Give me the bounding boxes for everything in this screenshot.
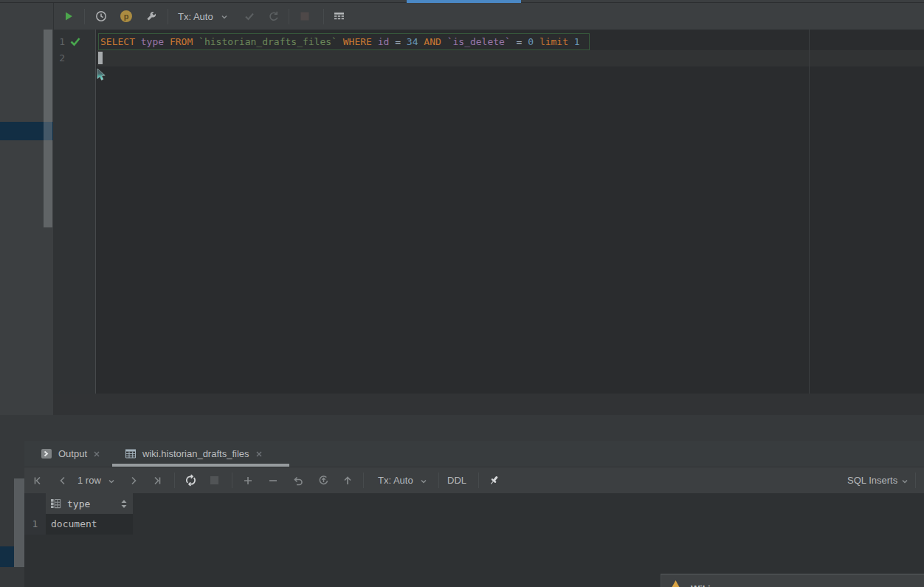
table-lines-icon [333,10,345,22]
row-count-dropdown[interactable]: 1 row [77,475,101,486]
table-icon [125,448,137,459]
sql-token: `is_delete` [447,36,517,47]
stop-icon [210,476,219,485]
row-count-chevron-icon[interactable] [108,478,115,485]
row-number: 1 [24,514,46,535]
next-page-button[interactable] [128,475,139,487]
rollback-icon [268,10,280,22]
in-editor-results-button[interactable] [333,10,345,22]
chevron-left-icon [57,475,69,487]
tx-mode-dropdown[interactable]: Tx: Auto [178,11,213,22]
last-page-icon [151,475,163,487]
sql-token: id [378,36,395,47]
sort-icon[interactable] [120,499,128,509]
results-tx-chevron-icon[interactable] [420,478,427,485]
line-number: 1 [53,34,65,50]
sql-token: WHERE [343,36,378,47]
background-left-panel [0,3,53,415]
run-button[interactable] [63,10,75,22]
sql-token: = [395,36,407,47]
bottom-scrollbar-thumb[interactable] [14,478,24,567]
row-count-label: 1 row [77,475,101,486]
right-margin-guide [809,30,810,394]
tab-label: Output [58,448,87,459]
minus-icon [267,475,279,487]
first-page-button[interactable] [32,475,44,487]
results-tab-bar: Output wiki.historian_drafts_files [24,441,924,467]
column-header-type[interactable]: type [46,493,133,514]
parameters-button[interactable]: p [120,10,132,22]
results-tx-label: Tx: Auto [378,475,413,486]
wrench-icon [145,10,157,22]
clock-icon [95,10,107,22]
background-left-strip-bottom [0,441,24,587]
reload-button[interactable] [185,474,197,487]
stop-button[interactable] [300,11,310,21]
tab-output[interactable]: Output [32,441,109,467]
last-page-button[interactable] [151,475,163,487]
results-tx-dropdown[interactable]: Tx: Auto [378,475,413,486]
tab-result-grid[interactable]: wiki.historian_drafts_files [116,441,272,467]
close-icon[interactable] [93,450,100,458]
p-icon: p [124,12,129,21]
ddl-label: DDL [447,475,466,486]
history-button[interactable] [95,10,107,22]
sql-statement: SELECT type FROM `historian_drafts_files… [100,34,580,50]
tab-label: wiki.historian_drafts_files [142,448,249,459]
add-row-button[interactable] [242,475,254,487]
results-panel: Output wiki.historian_drafts_files 1 row [24,441,924,587]
left-scrollbar-thumb[interactable] [44,30,52,227]
tx-mode-label: Tx: Auto [178,11,213,22]
column-name: type [67,498,90,509]
sql-token: 1 [574,36,580,47]
chevron-right-icon [128,475,139,487]
sql-token: FROM [170,36,199,47]
notification-popup[interactable]: Wiki [661,574,924,587]
insert-mode-dropdown[interactable]: SQL Inserts [847,475,897,486]
close-icon[interactable] [255,450,263,458]
active-tab-underline [112,464,289,467]
arrow-up-icon [342,475,354,487]
sql-token: type [141,36,170,47]
sql-token: 34 [407,36,424,47]
first-page-icon [32,475,44,487]
statement-ok-icon [69,35,81,47]
ddl-button[interactable]: DDL [447,475,466,486]
rollback-button[interactable] [268,10,280,22]
refresh-submit-button[interactable] [317,474,330,487]
refresh-icon [185,474,197,487]
prev-page-button[interactable] [57,475,69,487]
table-cell-type[interactable]: document [46,514,133,535]
selected-row-fragment [0,546,14,567]
undo-icon [292,475,304,487]
commit-button[interactable] [244,10,255,22]
text-caret [98,52,103,64]
sql-token: AND [424,36,447,47]
sql-token: limit [539,36,574,47]
insert-mode-label: SQL Inserts [847,475,897,486]
mouse-pointer-icon [97,69,108,81]
pin-icon [488,474,500,487]
sql-editor[interactable]: 1 2 SELECT type FROM `historian_drafts_f… [53,30,924,394]
output-icon [41,448,52,459]
submit-button[interactable] [342,475,354,487]
settings-button[interactable] [145,10,157,22]
sql-token: `historian_drafts_files` [199,36,343,47]
stop-query-button[interactable] [210,476,219,485]
warning-icon [670,580,681,587]
notification-title: Wiki [691,583,711,587]
tx-chevron-icon[interactable] [221,13,228,21]
results-table: type 1 document [24,493,924,587]
revert-button[interactable] [292,475,304,487]
insert-mode-chevron-icon[interactable] [901,478,909,485]
editor-gutter [53,30,96,394]
row-number-header [24,493,46,514]
line-number: 2 [53,50,65,66]
stop-icon [300,11,310,21]
delete-row-button[interactable] [267,475,279,487]
pin-tab-button[interactable] [488,474,500,487]
column-icon [50,498,61,509]
check-icon [244,10,255,22]
sql-token: SELECT [100,36,141,47]
splitter-band[interactable] [0,415,924,441]
